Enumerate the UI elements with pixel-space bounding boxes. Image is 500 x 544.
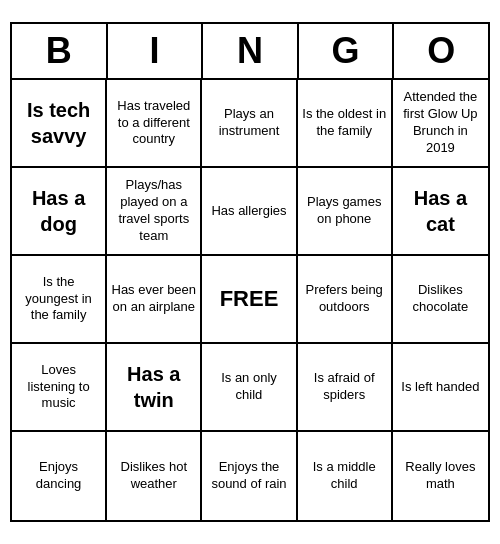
bingo-cell-14[interactable]: Dislikes chocolate [393, 256, 488, 344]
bingo-cell-6[interactable]: Plays/has played on a travel sports team [107, 168, 202, 256]
header-letter-G: G [299, 24, 395, 78]
bingo-cell-9[interactable]: Has a cat [393, 168, 488, 256]
bingo-cell-22[interactable]: Enjoys the sound of rain [202, 432, 297, 520]
header-letter-O: O [394, 24, 488, 78]
bingo-cell-8[interactable]: Plays games on phone [298, 168, 393, 256]
header-letter-I: I [108, 24, 204, 78]
bingo-cell-7[interactable]: Has allergies [202, 168, 297, 256]
bingo-cell-17[interactable]: Is an only child [202, 344, 297, 432]
bingo-cell-13[interactable]: Prefers being outdoors [298, 256, 393, 344]
bingo-header: BINGO [12, 24, 488, 80]
bingo-card: BINGO Is tech savvyHas traveled to a dif… [10, 22, 490, 522]
bingo-cell-16[interactable]: Has a twin [107, 344, 202, 432]
bingo-cell-24[interactable]: Really loves math [393, 432, 488, 520]
bingo-cell-12[interactable]: FREE [202, 256, 297, 344]
header-letter-N: N [203, 24, 299, 78]
bingo-cell-20[interactable]: Enjoys dancing [12, 432, 107, 520]
bingo-cell-0[interactable]: Is tech savvy [12, 80, 107, 168]
bingo-cell-21[interactable]: Dislikes hot weather [107, 432, 202, 520]
bingo-cell-4[interactable]: Attended the first Glow Up Brunch in 201… [393, 80, 488, 168]
bingo-cell-10[interactable]: Is the youngest in the family [12, 256, 107, 344]
bingo-cell-19[interactable]: Is left handed [393, 344, 488, 432]
bingo-cell-18[interactable]: Is afraid of spiders [298, 344, 393, 432]
bingo-cell-11[interactable]: Has ever been on an airplane [107, 256, 202, 344]
bingo-grid: Is tech savvyHas traveled to a different… [12, 80, 488, 520]
bingo-cell-23[interactable]: Is a middle child [298, 432, 393, 520]
bingo-cell-1[interactable]: Has traveled to a different country [107, 80, 202, 168]
bingo-cell-15[interactable]: Loves listening to music [12, 344, 107, 432]
header-letter-B: B [12, 24, 108, 78]
bingo-cell-3[interactable]: Is the oldest in the family [298, 80, 393, 168]
bingo-cell-2[interactable]: Plays an instrument [202, 80, 297, 168]
bingo-cell-5[interactable]: Has a dog [12, 168, 107, 256]
